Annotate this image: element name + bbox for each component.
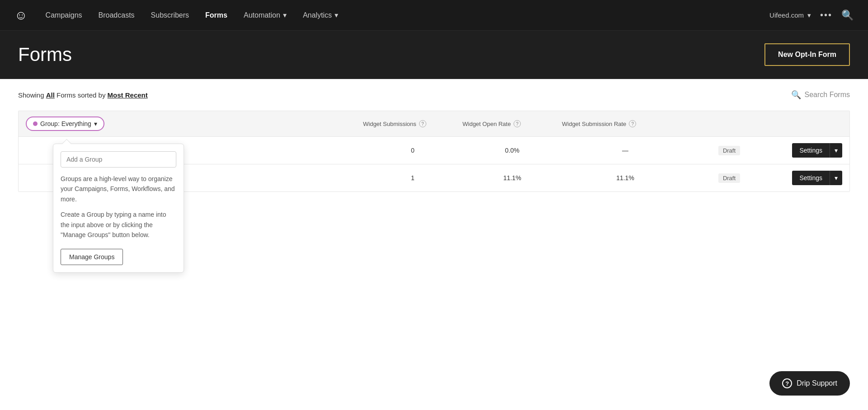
filter-row: Showing All Forms sorted by Most Recent … xyxy=(18,90,850,100)
submission-rate-value: 11.1% xyxy=(562,174,689,182)
group-dot-icon xyxy=(33,121,38,126)
drip-support-icon: ? xyxy=(782,378,792,388)
nav-forms[interactable]: Forms xyxy=(205,11,227,19)
status-badge: Draft xyxy=(689,173,770,183)
widget-submissions-header: Widget Submissions ? xyxy=(363,120,462,127)
widget-open-rate-header: Widget Open Rate ? xyxy=(462,120,562,127)
content-area: Showing All Forms sorted by Most Recent … xyxy=(0,79,868,410)
settings-dropdown-button[interactable]: ▾ xyxy=(830,171,842,185)
widget-open-rate-help-icon[interactable]: ? xyxy=(514,120,521,127)
add-group-input[interactable] xyxy=(61,151,176,168)
chevron-down-icon: ▾ xyxy=(283,11,287,19)
nav-broadcasts[interactable]: Broadcasts xyxy=(99,11,135,19)
page-title: Forms xyxy=(18,44,72,65)
page-header: Forms New Opt-In Form xyxy=(0,31,868,79)
settings-group: Settings ▾ xyxy=(792,143,842,158)
chevron-down-icon: ▾ xyxy=(94,120,97,127)
search-forms-area[interactable]: 🔍 Search Forms xyxy=(791,90,850,100)
widget-submission-rate-header: Widget Submission Rate ? xyxy=(562,120,689,127)
submission-rate-value: — xyxy=(562,147,689,154)
row-actions: Settings ▾ xyxy=(770,143,842,158)
group-description-1: Groups are a high-level way to organize … xyxy=(61,174,176,204)
nav-analytics[interactable]: Analytics ▾ xyxy=(303,11,338,19)
nav-campaigns[interactable]: Campaigns xyxy=(46,11,82,19)
settings-group: Settings ▾ xyxy=(792,171,842,185)
group-filter-button[interactable]: Group: Everything ▾ xyxy=(26,116,104,131)
row-actions: Settings ▾ xyxy=(770,171,842,185)
search-icon[interactable]: 🔍 xyxy=(841,9,854,21)
nav-automation[interactable]: Automation ▾ xyxy=(244,11,287,19)
group-dropdown: Groups are a high-level way to organize … xyxy=(53,144,184,273)
widget-submission-rate-help-icon[interactable]: ? xyxy=(629,120,636,127)
chevron-down-icon: ▾ xyxy=(807,11,811,19)
account-selector[interactable]: Uifeed.com ▾ xyxy=(769,11,811,19)
chevron-down-icon: ▾ xyxy=(335,11,338,19)
more-options-button[interactable]: ••• xyxy=(820,10,832,20)
open-rate-value: 0.0% xyxy=(462,147,562,154)
filter-description: Showing All Forms sorted by Most Recent xyxy=(18,91,148,99)
logo[interactable]: ☺ xyxy=(14,8,28,23)
submissions-value: 0 xyxy=(363,147,462,154)
table-header: Group: Everything ▾ Groups are a high-le… xyxy=(19,111,849,137)
settings-button[interactable]: Settings xyxy=(792,171,830,185)
new-opt-in-form-button[interactable]: New Opt-In Form xyxy=(764,43,850,66)
settings-dropdown-button[interactable]: ▾ xyxy=(830,143,842,158)
group-description-2: Create a Group by typing a name into the… xyxy=(61,210,176,240)
all-filter-link[interactable]: All xyxy=(46,91,55,99)
submissions-value: 1 xyxy=(363,174,462,182)
most-recent-sort-link[interactable]: Most Recent xyxy=(108,91,148,99)
search-icon: 🔍 xyxy=(791,90,801,100)
search-forms-placeholder: Search Forms xyxy=(805,91,850,99)
forms-table: Group: Everything ▾ Groups are a high-le… xyxy=(18,111,850,192)
navigation: ☺ Campaigns Broadcasts Subscribers Forms… xyxy=(0,0,868,31)
drip-support-button[interactable]: ? Drip Support xyxy=(769,371,850,396)
widget-submissions-help-icon[interactable]: ? xyxy=(419,120,426,127)
settings-button[interactable]: Settings xyxy=(792,143,830,158)
nav-subscribers[interactable]: Subscribers xyxy=(151,11,189,19)
open-rate-value: 11.1% xyxy=(462,174,562,182)
manage-groups-button[interactable]: Manage Groups xyxy=(61,249,123,265)
status-badge: Draft xyxy=(689,146,770,155)
